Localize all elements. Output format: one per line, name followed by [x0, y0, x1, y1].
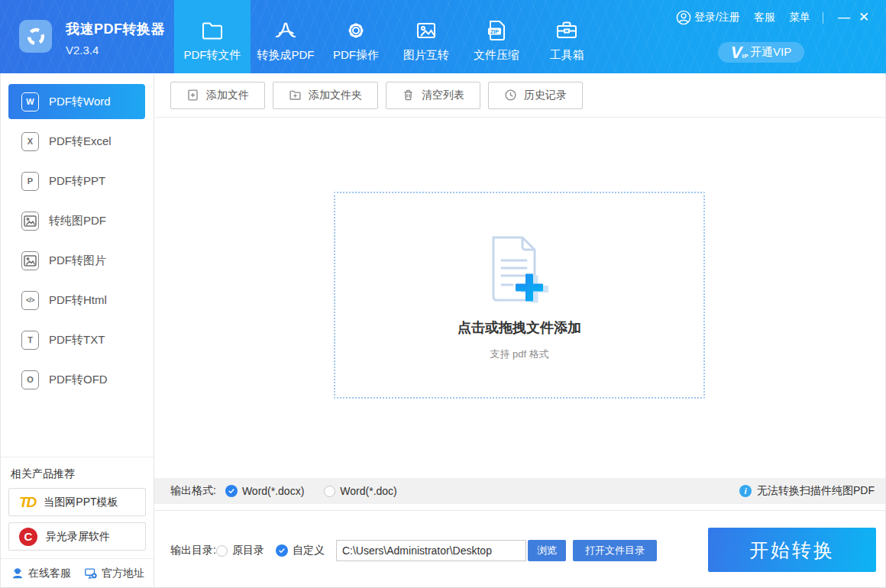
recommend-heading: 相关产品推荐 — [11, 467, 146, 481]
sidebar-item-label: PDF转PPT — [49, 174, 105, 189]
file-list-stage: 点击或拖拽文件添加 支持 pdf 格式 — [154, 118, 885, 478]
file-plus-icon — [186, 89, 199, 102]
tab-label: 转换成PDF — [257, 48, 315, 63]
dir-option-custom[interactable]: 自定义 — [276, 544, 325, 557]
html-doc-icon: </> — [21, 291, 39, 310]
tab-label: PDF转文件 — [184, 48, 241, 63]
sidebar-item-pdf-to-ppt[interactable]: P PDF转PPT — [8, 163, 145, 199]
customer-service-link[interactable]: 客服 — [754, 11, 775, 24]
ofd-doc-icon: O — [21, 370, 39, 389]
sidebar-item-pdf-to-html[interactable]: </> PDF转Html — [8, 283, 145, 318]
acrobat-icon — [273, 18, 298, 43]
folder-icon — [200, 18, 225, 43]
clear-list-label: 清空列表 — [422, 89, 464, 102]
tab-pdf-operations[interactable]: PDF操作 — [321, 0, 391, 73]
file-dropzone[interactable]: 点击或拖拽文件添加 支持 pdf 格式 — [334, 192, 705, 399]
format-docx-label: Word(*.docx) — [242, 485, 304, 497]
tab-to-pdf[interactable]: 转换成PDF — [251, 0, 321, 73]
output-path-input[interactable] — [336, 540, 526, 561]
promo-dangtuwang-ppt[interactable]: TD 当图网PPT模板 — [8, 488, 146, 516]
excel-doc-icon: X — [21, 132, 39, 151]
promo-yiguang-recorder[interactable]: C 异光录屏软件 — [8, 522, 146, 551]
main-area: W PDF转Word X PDF转Excel P PDF转PPT — [0, 73, 886, 588]
minimize-button[interactable]: — — [834, 9, 854, 26]
output-directory-label: 输出目录: — [170, 544, 216, 557]
sidebar-item-pdf-to-image[interactable]: PDF转图片 — [8, 243, 145, 278]
folder-plus-icon — [289, 89, 302, 102]
add-folder-label: 添加文件夹 — [309, 89, 362, 102]
clear-list-button[interactable]: 清空列表 — [386, 82, 480, 109]
info-icon: i — [739, 485, 752, 497]
output-directory-bar: 输出目录: 原目录 自定义 浏览 打开文件目录 开始转换 — [154, 510, 885, 587]
image-doc-icon — [21, 251, 39, 270]
open-directory-button[interactable]: 打开文件目录 — [573, 540, 657, 561]
open-vip-button[interactable]: V IP 开通VIP — [718, 42, 804, 63]
user-icon — [676, 10, 691, 25]
login-register-label: 登录/注册 — [694, 11, 740, 24]
zip-icon: ZIP — [484, 18, 509, 43]
tab-file-compress[interactable]: ZIP 文件压缩 — [461, 0, 532, 73]
tab-pdf-to-file[interactable]: PDF转文件 — [174, 0, 251, 73]
dropzone-title: 点击或拖拽文件添加 — [458, 318, 581, 337]
online-service-link[interactable]: 在线客服 — [11, 567, 71, 580]
add-file-button[interactable]: 添加文件 — [170, 82, 265, 109]
sidebar-item-label: 转纯图PDF — [49, 214, 106, 228]
app-brand: 我速PDF转换器 V2.3.4 — [19, 20, 165, 56]
output-directory-row: 输出目录: 原目录 自定义 浏览 打开文件目录 — [170, 539, 657, 562]
tab-label: 文件压缩 — [474, 48, 519, 63]
sidebar: W PDF转Word X PDF转Excel P PDF转PPT — [1, 73, 154, 587]
vip-mark-ip: IP — [742, 53, 749, 60]
official-site-link[interactable]: 官方地址 — [84, 567, 144, 580]
tab-label: 图片互转 — [403, 48, 449, 63]
format-option-docx[interactable]: Word(*.docx) — [225, 485, 304, 497]
sidebar-item-label: PDF转TXT — [49, 333, 105, 347]
toolbar: 添加文件 添加文件夹 清空列表 — [154, 73, 885, 118]
add-folder-button[interactable]: 添加文件夹 — [273, 82, 378, 109]
online-service-label: 在线客服 — [28, 567, 71, 580]
sidebar-item-label: PDF转Word — [49, 95, 111, 109]
history-button[interactable]: 历史记录 — [488, 82, 583, 109]
tab-image-convert[interactable]: 图片互转 — [391, 0, 461, 73]
sidebar-item-pdf-to-ofd[interactable]: O PDF转OFD — [8, 362, 145, 397]
radio-unchecked-icon[interactable] — [216, 545, 228, 557]
login-register-link[interactable]: 登录/注册 — [676, 10, 740, 25]
dir-option-original[interactable]: 原目录 — [216, 544, 264, 557]
format-option-doc[interactable]: Word(*.doc) — [324, 485, 396, 497]
trash-icon — [402, 89, 415, 102]
main-nav-tabs: PDF转文件 转换成PDF PDF操作 图片互转 — [174, 0, 602, 73]
start-convert-button[interactable]: 开始转换 — [708, 528, 876, 572]
sidebar-item-label: PDF转Excel — [49, 134, 112, 149]
ppt-doc-icon: P — [21, 172, 39, 191]
sidebar-item-pdf-to-word[interactable]: W PDF转Word — [8, 84, 145, 119]
app-logo-icon — [19, 20, 52, 53]
dir-custom-label: 自定义 — [293, 544, 325, 557]
sidebar-item-label: PDF转Html — [49, 293, 107, 308]
divider — [823, 12, 823, 24]
content-area: 添加文件 添加文件夹 清空列表 — [154, 73, 885, 587]
app-header: 我速PDF转换器 V2.3.4 PDF转文件 转换成PDF PDF操作 — [0, 0, 886, 73]
sidebar-item-pdf-to-txt[interactable]: T PDF转TXT — [8, 322, 145, 357]
radio-checked-icon[interactable] — [225, 485, 238, 497]
radio-unchecked-icon[interactable] — [324, 486, 335, 497]
dropzone-subtitle: 支持 pdf 格式 — [490, 347, 548, 361]
app-version: V2.3.4 — [66, 44, 165, 56]
word-doc-icon: W — [21, 92, 39, 111]
recommend-section: 相关产品推荐 TD 当图网PPT模板 C 异光录屏软件 — [1, 457, 154, 558]
official-site-label: 官方地址 — [102, 567, 144, 580]
image-swap-icon — [414, 18, 438, 43]
app-title: 我速PDF转换器 — [66, 22, 165, 36]
sidebar-item-pdf-to-excel[interactable]: X PDF转Excel — [8, 124, 145, 159]
clock-icon — [504, 89, 517, 102]
account-row: 登录/注册 客服 菜单 — ✕ — [676, 9, 874, 26]
close-button[interactable]: ✕ — [854, 9, 874, 26]
tab-label: 工具箱 — [550, 48, 584, 63]
radio-checked-icon[interactable] — [276, 544, 288, 557]
yiguang-logo: C — [19, 528, 37, 546]
open-vip-label: 开通VIP — [750, 45, 791, 60]
svg-text:ZIP: ZIP — [490, 29, 499, 34]
browse-button[interactable]: 浏览 — [528, 540, 566, 561]
output-format-bar: 输出格式: Word(*.docx) Word(*.doc) i 无法转换扫描件… — [154, 478, 885, 504]
tab-toolbox[interactable]: 工具箱 — [532, 0, 602, 73]
sidebar-item-to-image-pdf[interactable]: 转纯图PDF — [8, 203, 145, 238]
menu-link[interactable]: 菜单 — [789, 11, 810, 24]
